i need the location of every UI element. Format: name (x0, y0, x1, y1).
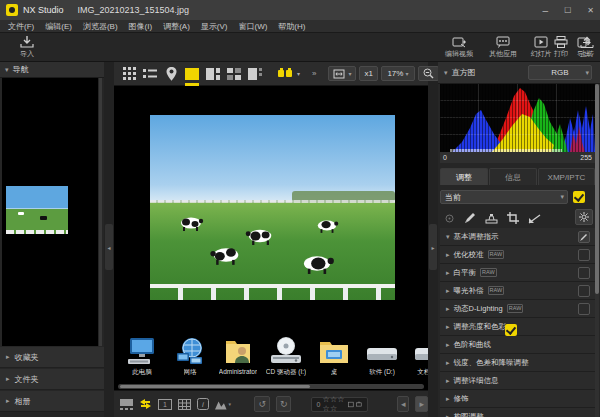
adjustment-group-basic[interactable]: ▾ 基本调整指示 (440, 228, 595, 246)
right-panel-scrollbar[interactable] (595, 84, 599, 417)
filmstrip-item-folder[interactable]: 桌 (312, 332, 356, 377)
adjustment-details[interactable]: ▸ 调整详细信息 (440, 372, 595, 390)
info-overlay-icon[interactable]: i (197, 396, 209, 412)
protect-tag-icon[interactable] (356, 400, 362, 409)
fit-screen-dropdown[interactable]: ▾ (328, 66, 356, 81)
adjustment-white-balance[interactable]: ▸ 白平衡 RAW (440, 264, 595, 282)
crop-icon[interactable] (507, 212, 519, 224)
collapse-right-handle[interactable]: ▸ (429, 224, 437, 270)
next-image-button[interactable]: ▸ (415, 396, 428, 412)
edit-video-button[interactable]: 编辑视频 (438, 34, 480, 61)
tab-xmp-iptc[interactable]: XMP/IPTC (538, 168, 595, 185)
filmstrip-scroll-thumb[interactable] (120, 385, 310, 388)
camera-compare-icon[interactable] (276, 65, 294, 83)
rating-stars[interactable]: ☆ ☆ ☆ ☆ ☆ (322, 395, 346, 413)
camera-caret-icon[interactable]: ▾ (297, 70, 300, 77)
rating-control[interactable]: 0 ☆ ☆ ☆ ☆ ☆ (311, 397, 368, 412)
adjustment-brightness-color[interactable]: ▸ 调整亮度和色彩 (440, 318, 595, 336)
sidebar-item-folders[interactable]: ▸ 文件夹 (0, 369, 104, 390)
adjustment-active-dlighting[interactable]: ▸ 动态D-Lighting RAW (440, 300, 595, 318)
zoom-percent-dropdown[interactable]: 17% ▾ (381, 66, 415, 81)
export-button[interactable]: 导出 (570, 34, 598, 61)
filmstrip-item-drive-e[interactable]: 文档 (E:) (408, 332, 428, 377)
menu-view[interactable]: 显示(V) (201, 21, 228, 32)
version-select[interactable]: 当前 ▾ (440, 190, 568, 204)
image-canvas[interactable] (114, 86, 428, 328)
grid-overlay-icon[interactable] (178, 396, 191, 412)
adjustment-composition[interactable]: ▸ 构图调整 (440, 408, 595, 417)
version-apply-checkbox[interactable] (573, 191, 585, 203)
collapse-left-handle[interactable]: ◂ (105, 224, 113, 270)
rating-zero[interactable]: 0 (317, 401, 321, 408)
right-scroll-thumb[interactable] (595, 84, 599, 294)
label-tag-icon[interactable] (348, 400, 354, 409)
thumbnail-grid-icon[interactable] (120, 65, 138, 83)
menu-edit[interactable]: 编辑(E) (45, 21, 72, 32)
clone-stamp-icon[interactable] (485, 213, 498, 224)
zoom-percent-value: 17% (387, 69, 403, 78)
menu-adjust[interactable]: 调整(A) (163, 21, 190, 32)
image-filmstrip-view-icon[interactable] (204, 65, 222, 83)
right-splitter[interactable]: ▸ (428, 62, 438, 417)
tab-info[interactable]: 信息 (489, 168, 537, 185)
straighten-icon[interactable] (528, 213, 541, 224)
histogram-channel-select[interactable]: RGB ▾ (528, 65, 592, 80)
edit-indicator-badge[interactable] (578, 231, 590, 243)
adjustment-exposure-comp[interactable]: ▸ 曝光补偿 RAW (440, 282, 595, 300)
filmstrip-item-administrator[interactable]: Administrator (216, 332, 260, 375)
minimize-button[interactable]: – (543, 5, 549, 16)
map-icon[interactable] (162, 65, 180, 83)
sync-compare-icon[interactable] (139, 396, 152, 412)
adjustment-checkbox[interactable] (505, 324, 517, 336)
filmstrip-label: 网络 (184, 368, 197, 377)
import-button[interactable]: 导入 (6, 34, 48, 61)
zoom-1x-button[interactable]: x1 (359, 66, 377, 81)
rotate-cw-button[interactable]: ↻ (276, 396, 292, 412)
thumbnail-list-icon[interactable] (141, 65, 159, 83)
menu-browser[interactable]: 浏览器(B) (83, 21, 118, 32)
menu-help[interactable]: 帮助(H) (278, 21, 305, 32)
filmstrip-toggle-icon[interactable] (120, 396, 133, 412)
filmstrip-item-network[interactable]: 网络 (168, 332, 212, 377)
close-button[interactable]: ✕ (587, 6, 594, 15)
tab-label: XMP/IPTC (548, 173, 586, 182)
histogram-header[interactable]: ▾ 直方图 RGB ▾ (438, 62, 600, 84)
overflow-chevron-icon[interactable]: » (312, 69, 316, 78)
image-view-icon[interactable] (183, 65, 201, 83)
maximize-button[interactable]: ☐ (564, 6, 571, 15)
filmstrip-item-drive-d[interactable]: 软件 (D:) (360, 332, 404, 377)
adjustment-checkbox[interactable] (578, 285, 590, 297)
adjust-settings-button[interactable] (575, 209, 593, 225)
left-splitter[interactable]: ◂ (104, 62, 114, 417)
sample-point-icon[interactable] (444, 213, 455, 224)
menu-image[interactable]: 图像(I) (129, 21, 153, 32)
multi-view-icon[interactable] (225, 65, 243, 83)
adjustment-checkbox[interactable] (578, 249, 590, 261)
adjustment-sharpness-noise[interactable]: ▸ 锐度、色差和降噪调整 (440, 354, 595, 372)
adjustment-checkbox[interactable] (578, 267, 590, 279)
adjustment-levels-curves[interactable]: ▸ 色阶和曲线 (440, 336, 595, 354)
single-frame-icon[interactable]: 1 (158, 396, 172, 412)
sidebar-item-albums[interactable]: ▸ 相册 (0, 391, 104, 412)
histogram-overlay-icon[interactable]: ▾ (215, 396, 231, 412)
navigation-thumbnail[interactable] (6, 186, 68, 234)
filmstrip-item-computer[interactable]: 此电脑 (120, 332, 164, 377)
adjustment-retouch[interactable]: ▸ 修饰 (440, 390, 595, 408)
caret-right-icon: ▸ (446, 287, 450, 295)
retouch-brush-icon[interactable] (464, 212, 476, 224)
zoom-out-button[interactable] (418, 66, 439, 81)
prev-image-button[interactable]: ◂ (397, 396, 410, 412)
compare-view-icon[interactable] (246, 65, 264, 83)
other-apps-button[interactable]: 其他应用 (482, 34, 524, 61)
navigation-header[interactable]: ▾ 导航 (0, 62, 104, 78)
menu-file[interactable]: 文件(F) (8, 21, 34, 32)
filmstrip-scrollbar[interactable] (118, 384, 424, 389)
adjustment-picture-control[interactable]: ▸ 优化校准 RAW (440, 246, 595, 264)
menu-window[interactable]: 窗口(W) (238, 21, 267, 32)
adjustment-checkbox[interactable] (578, 303, 590, 315)
sidebar-item-favorites[interactable]: ▸ 收藏夹 (0, 347, 104, 368)
rotate-ccw-button[interactable]: ↺ (254, 396, 270, 412)
filmstrip-item-cd-drive[interactable]: CD 驱动器 (I:) (264, 332, 308, 377)
nav-scrollbar[interactable] (99, 78, 102, 346)
tab-adjustments[interactable]: 调整 (440, 168, 488, 185)
